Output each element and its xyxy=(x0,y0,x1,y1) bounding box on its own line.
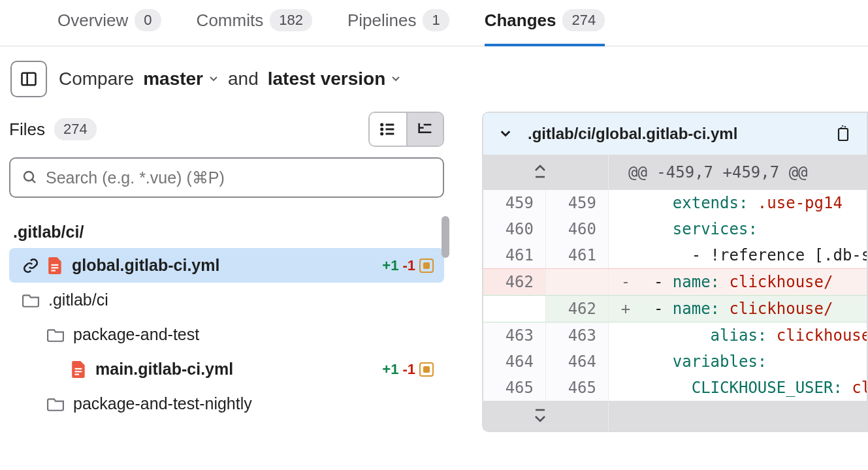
chevron-down-icon[interactable] xyxy=(499,127,512,140)
code-content: - - name: clickhouse/ xyxy=(609,269,867,295)
tab-badge: 1 xyxy=(423,9,449,31)
scrollbar-thumb[interactable] xyxy=(442,216,449,258)
code-content: CLICKHOUSE_USER: cl xyxy=(609,375,867,401)
svg-rect-13 xyxy=(75,368,82,369)
code-content: variables: xyxy=(609,349,867,375)
folder-icon xyxy=(47,328,64,342)
sidebar-icon xyxy=(20,70,38,88)
tree-root-path: .gitlab/ci/ xyxy=(9,216,444,248)
modified-icon xyxy=(419,258,434,273)
file-stats: +1 -1 xyxy=(382,361,434,378)
svg-rect-11 xyxy=(52,267,59,268)
line-number-new: 460 xyxy=(546,216,609,242)
code-content: alias: clickhouse xyxy=(609,322,867,349)
diff-line[interactable]: 462+ - name: clickhouse/ xyxy=(483,295,867,322)
line-number-old: 461 xyxy=(483,242,546,268)
line-number-old xyxy=(483,296,546,322)
files-count-badge: 274 xyxy=(54,118,97,140)
svg-rect-16 xyxy=(839,129,848,140)
file-search[interactable] xyxy=(9,157,444,198)
svg-rect-14 xyxy=(75,371,82,372)
tab-changes[interactable]: Changes 274 xyxy=(485,9,605,46)
svg-point-4 xyxy=(381,129,383,130)
tab-label: Changes xyxy=(485,10,556,31)
line-number-old: 459 xyxy=(483,190,546,216)
tab-label: Overview xyxy=(57,10,128,31)
line-number-new: 461 xyxy=(546,242,609,268)
expand-up-row[interactable]: @@ -459,7 +459,7 @@ xyxy=(483,155,867,190)
file-name: global.gitlab-ci.yml xyxy=(72,256,219,275)
search-input[interactable] xyxy=(46,168,431,187)
list-icon xyxy=(379,120,397,138)
folder-name: package-and-test xyxy=(73,325,199,344)
folder-icon xyxy=(47,397,64,411)
diff-line[interactable]: 462- - name: clickhouse/ xyxy=(483,268,867,295)
expand-down-row[interactable] xyxy=(483,401,867,431)
svg-rect-15 xyxy=(75,373,80,375)
diff-line[interactable]: 464464 variables: xyxy=(483,349,867,375)
svg-line-9 xyxy=(32,180,35,183)
line-number-old: 465 xyxy=(483,375,546,401)
tree-icon xyxy=(416,120,434,138)
line-number-new: 464 xyxy=(546,349,609,375)
line-number-new: 459 xyxy=(546,190,609,216)
svg-point-8 xyxy=(24,172,33,181)
diff-line[interactable]: 460460 services: xyxy=(483,216,867,242)
tree-view-button[interactable] xyxy=(406,113,443,146)
compare-bar: Compare master and latest version xyxy=(59,69,401,89)
compare-base-dropdown[interactable]: master xyxy=(143,69,219,89)
copy-path-icon[interactable] xyxy=(835,125,851,143)
tab-badge: 182 xyxy=(270,9,312,31)
tab-badge: 274 xyxy=(562,9,605,31)
list-view-button[interactable] xyxy=(370,113,406,146)
diff-file-path: .gitlab/ci/global.gitlab-ci.yml xyxy=(528,125,820,143)
tab-commits[interactable]: Commits 182 xyxy=(197,9,312,46)
modified-icon xyxy=(419,362,434,377)
folder-row-package-and-test[interactable]: package-and-test xyxy=(9,317,444,352)
compare-target-dropdown[interactable]: latest version xyxy=(268,69,402,89)
diff-panel: .gitlab/ci/global.gitlab-ci.yml @@ -459,… xyxy=(482,112,868,432)
code-content: extends: .use-pg14 xyxy=(609,190,867,216)
folder-row-gitlab-ci[interactable]: .gitlab/ci xyxy=(9,283,444,317)
folder-row-package-and-test-nightly[interactable]: package-and-test-nightly xyxy=(9,386,444,421)
tab-badge: 0 xyxy=(135,9,161,31)
line-number-old: 463 xyxy=(483,322,546,349)
diff-line[interactable]: 465465 CLICKHOUSE_USER: cl xyxy=(483,375,867,401)
file-icon xyxy=(72,361,86,378)
link-icon xyxy=(22,257,39,274)
diff-line[interactable]: 463463 alias: clickhouse xyxy=(483,322,867,349)
diff-line[interactable]: 461461 - !reference [.db-s xyxy=(483,242,867,268)
files-label: Files xyxy=(9,119,45,140)
tab-pipelines[interactable]: Pipelines 1 xyxy=(347,9,449,46)
file-row-main-gitlab-ci[interactable]: main.gitlab-ci.yml +1 -1 xyxy=(9,352,444,386)
code-content: - !reference [.db-s xyxy=(609,242,867,268)
view-switch xyxy=(368,112,444,147)
expand-up-icon xyxy=(533,164,547,181)
code-content: + - name: clickhouse/ xyxy=(609,296,867,322)
line-number-new xyxy=(546,269,609,295)
line-number-old: 462 xyxy=(483,269,546,295)
svg-rect-12 xyxy=(52,270,56,271)
diff-line[interactable]: 459459 extends: .use-pg14 xyxy=(483,190,867,216)
expand-down-icon xyxy=(533,407,547,424)
chevron-down-icon xyxy=(208,74,219,84)
svg-point-2 xyxy=(381,124,383,125)
file-icon xyxy=(48,257,63,274)
line-number-new: 463 xyxy=(546,322,609,349)
folder-icon xyxy=(22,293,39,307)
line-number-new: 465 xyxy=(546,375,609,401)
code-content: services: xyxy=(609,216,867,242)
svg-rect-0 xyxy=(22,73,36,86)
tab-overview[interactable]: Overview 0 xyxy=(57,9,161,46)
search-icon xyxy=(22,170,38,185)
folder-name: package-and-test-nightly xyxy=(73,394,252,413)
compare-label: Compare xyxy=(59,69,134,89)
line-number-new: 462 xyxy=(546,296,609,322)
file-tree-toggle-button[interactable] xyxy=(10,61,47,97)
folder-name: .gitlab/ci xyxy=(48,290,108,309)
file-name: main.gitlab-ci.yml xyxy=(95,360,233,379)
file-row-global-gitlab-ci[interactable]: global.gitlab-ci.yml +1 -1 xyxy=(9,248,444,283)
compare-join: and xyxy=(228,69,259,89)
chevron-down-icon xyxy=(391,74,401,84)
line-number-old: 464 xyxy=(483,349,546,375)
